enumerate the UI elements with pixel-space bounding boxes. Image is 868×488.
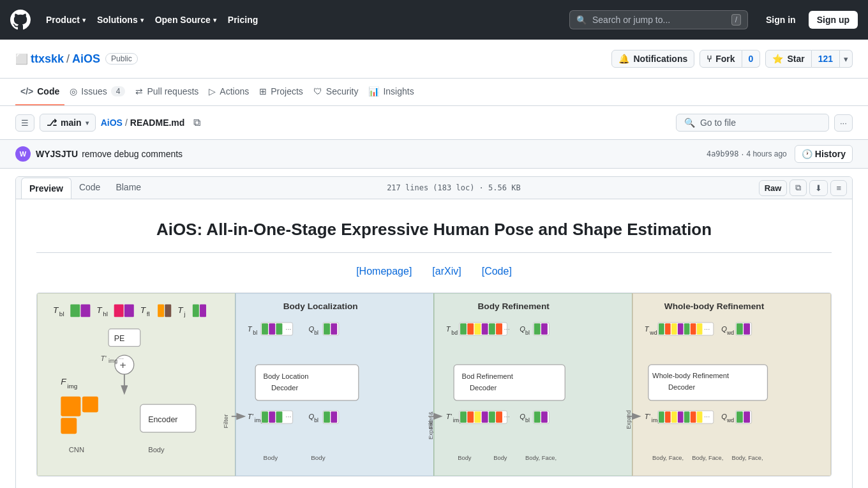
svg-text:j: j: [183, 310, 185, 317]
svg-text:T': T': [446, 413, 453, 420]
tab-actions[interactable]: ▷ Actions: [204, 79, 254, 105]
file-view-container: Preview Code Blame 217 lines (183 loc) ·…: [15, 176, 853, 488]
tab-code[interactable]: Code: [71, 177, 108, 199]
copy-raw-button[interactable]: ⧉: [789, 179, 807, 196]
nav-solutions[interactable]: Solutions ▾: [92, 11, 149, 29]
svg-text:Decoder: Decoder: [271, 384, 299, 392]
fork-count-button[interactable]: 0: [742, 50, 761, 68]
svg-rect-97: [489, 411, 495, 422]
signup-button[interactable]: Sign up: [809, 11, 858, 29]
svg-text:CNN: CNN: [69, 446, 84, 454]
svg-text:Body, Face,: Body, Face,: [652, 455, 684, 461]
star-icon: ⭐: [772, 54, 783, 64]
svg-rect-139: [691, 411, 696, 422]
svg-text:···: ···: [504, 413, 509, 420]
svg-text:Body Location: Body Location: [264, 372, 309, 380]
svg-text:bl: bl: [525, 330, 530, 336]
nav-pricing[interactable]: Pricing: [223, 11, 263, 29]
fork-button[interactable]: ⑂ Fork: [700, 50, 742, 68]
star-count-button[interactable]: 121: [812, 50, 840, 68]
search-bar[interactable]: 🔍 Search or jump to... /: [569, 10, 748, 29]
github-logo[interactable]: [10, 10, 31, 30]
svg-text:T: T: [446, 325, 451, 333]
readme-divider: [36, 252, 832, 253]
svg-rect-127: [744, 323, 750, 334]
sidebar-toggle-button[interactable]: ☰: [15, 114, 34, 132]
insights-icon: 📊: [368, 86, 379, 96]
pr-icon: ⇄: [135, 86, 143, 96]
svg-text:Q: Q: [520, 413, 525, 420]
download-button[interactable]: ⬇: [809, 180, 828, 196]
bell-icon: 🔔: [618, 54, 629, 64]
raw-button[interactable]: Raw: [759, 180, 788, 196]
branch-selector[interactable]: ⎇ main ▾: [40, 114, 96, 132]
commit-hash-link[interactable]: 4a9b998: [707, 149, 739, 158]
svg-text:T: T: [645, 325, 650, 333]
svg-rect-8: [124, 304, 134, 317]
code-link[interactable]: [Code]: [482, 266, 512, 277]
commit-author-link[interactable]: WYJSJTU: [36, 149, 78, 159]
svg-text:Bod Refinement: Bod Refinement: [462, 372, 514, 380]
svg-rect-120: [691, 323, 696, 334]
arch-diagram-svg: T bl T hl T fl T j PE: [37, 293, 831, 476]
svg-text:Expand: Expand: [626, 410, 632, 429]
tab-pull-requests[interactable]: ⇄ Pull requests: [130, 79, 204, 105]
repo-header: ⬜ ttxskk / AiOS Public 🔔 Notifications ⑂…: [0, 40, 868, 79]
tab-insights[interactable]: 📊 Insights: [363, 79, 419, 105]
repo-owner-link[interactable]: ttxskk: [31, 52, 64, 66]
tab-code[interactable]: </> Code: [15, 79, 64, 105]
svg-rect-48: [324, 323, 330, 334]
svg-text:wd: wd: [726, 417, 734, 423]
header-nav: Product ▾ Solutions ▾ Open Source ▾ Pric…: [41, 11, 263, 29]
issues-badge: 4: [111, 86, 126, 96]
tab-issues[interactable]: ◎ Issues 4: [64, 79, 130, 105]
breadcrumb-path: AiOS / README.md: [101, 118, 185, 128]
star-dropdown-button[interactable]: ▾: [840, 50, 853, 68]
svg-rect-76: [467, 323, 474, 334]
code-icon: </>: [20, 86, 33, 96]
svg-rect-43: [276, 323, 282, 334]
search-icon: 🔍: [576, 15, 587, 25]
search-shortcut-badge: /: [731, 14, 741, 26]
view-raw-button[interactable]: ≡: [830, 180, 847, 196]
nav-open-source[interactable]: Open Source ▾: [150, 11, 221, 29]
svg-rect-118: [678, 323, 684, 334]
svg-rect-146: [744, 411, 750, 422]
more-options-button[interactable]: ···: [834, 114, 853, 132]
tab-projects[interactable]: ⊞ Projects: [254, 79, 308, 105]
arxiv-link[interactable]: [arXiv]: [432, 266, 461, 277]
history-button[interactable]: 🕐 History: [795, 145, 853, 163]
architecture-diagram: T bl T hl T fl T j PE: [36, 293, 832, 477]
notifications-button[interactable]: 🔔 Notifications: [611, 50, 694, 68]
copy-path-button[interactable]: ⧉: [190, 114, 204, 131]
file-view-header: Preview Code Blame 217 lines (183 loc) ·…: [16, 177, 852, 199]
signin-button[interactable]: Sign in: [758, 11, 804, 28]
readme-title: AiOS: All-in-One-Stage Expressive Human …: [36, 220, 832, 240]
svg-rect-128: [648, 365, 768, 400]
svg-text:PE: PE: [114, 334, 125, 343]
repo-name-link[interactable]: AiOS: [72, 52, 100, 66]
tab-blame[interactable]: Blame: [108, 177, 149, 199]
svg-rect-116: [665, 323, 671, 334]
svg-text:Body, Face,: Body, Face,: [692, 455, 723, 461]
svg-rect-126: [737, 323, 743, 334]
breadcrumb-repo-link[interactable]: AiOS: [101, 118, 123, 128]
nav-product[interactable]: Product ▾: [41, 11, 91, 29]
star-button[interactable]: ⭐ Star: [765, 50, 811, 68]
goto-file-button[interactable]: 🔍 Go to file: [676, 114, 829, 132]
svg-rect-7: [114, 304, 124, 317]
svg-text:Q: Q: [308, 413, 314, 420]
tab-security[interactable]: 🛡 Security: [308, 79, 364, 105]
svg-text:hl: hl: [103, 310, 108, 317]
svg-text:Body: Body: [311, 454, 326, 461]
svg-rect-87: [454, 365, 565, 400]
issue-icon: ◎: [70, 86, 77, 96]
homepage-link[interactable]: [Homepage]: [356, 266, 412, 277]
tab-preview[interactable]: Preview: [21, 178, 71, 199]
svg-text:Whole-body Refinement: Whole-body Refinement: [652, 372, 730, 379]
svg-rect-16: [200, 304, 206, 317]
svg-rect-121: [697, 323, 703, 334]
repo-icon: ⬜: [15, 53, 28, 65]
svg-text:Decoder: Decoder: [470, 384, 497, 392]
star-group: ⭐ Star 121 ▾: [765, 50, 853, 68]
